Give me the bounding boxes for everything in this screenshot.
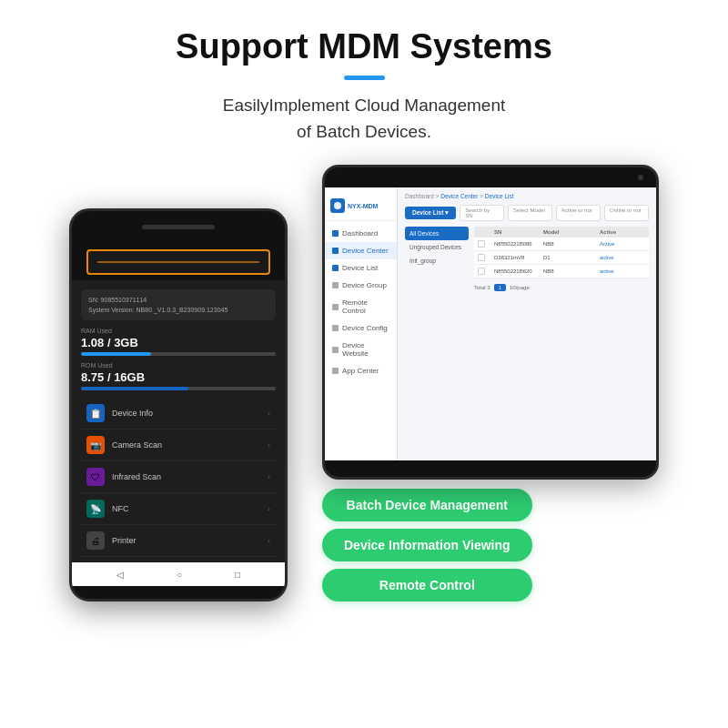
device-list-button[interactable]: Device List ▾ [405, 207, 456, 219]
mdm-filters: Search by SN Select Model Active or not … [460, 205, 649, 221]
cell-active-2: active [600, 255, 645, 260]
feature-badges: Batch Device Management Device Informati… [322, 489, 532, 602]
row-checkbox-3[interactable] [478, 268, 485, 275]
mdm-logo: NYX-MDM [325, 195, 397, 221]
device-table: SN Model Active N8550221B086 NB8 [474, 227, 649, 291]
menu-item-printer[interactable]: 🖨 Printer › [81, 525, 276, 557]
phone-bottom [72, 586, 285, 599]
mdm-ui: NYX-MDM Dashboard Device Center [325, 187, 656, 460]
menu-printer-label: Printer [112, 536, 136, 545]
ram-value: 1.08 / 3GB [81, 336, 276, 349]
sidebar-item-dashboard[interactable]: Dashboard [325, 225, 397, 242]
menu-nfc-label: NFC [112, 504, 129, 513]
mdm-sidebar: NYX-MDM Dashboard Device Center [325, 187, 398, 460]
sidebar-item-device-list[interactable]: Device List [325, 259, 397, 277]
app-center-dot [332, 368, 339, 374]
filter-online[interactable]: Online or not [604, 205, 649, 221]
ram-label: RAM Used [81, 328, 276, 334]
tablet-screen: NYX-MDM Dashboard Device Center [325, 187, 656, 460]
menu-device-info-label: Device Info [112, 409, 153, 418]
menu-item-infrared[interactable]: 🛡 Infrared Scan › [81, 461, 276, 493]
sidebar-item-remote-control[interactable]: Remote Control [325, 294, 397, 319]
phone-top [72, 211, 285, 244]
menu-item-nfc[interactable]: 📡 NFC › [81, 493, 276, 525]
phone-ram-stat: RAM Used 1.08 / 3GB [81, 328, 276, 356]
menu-item-device-info[interactable]: 📋 Device Info › [81, 398, 276, 430]
menu-infrared-label: Infrared Scan [112, 472, 161, 481]
phone-sn: SN: 9085510371114 [88, 295, 268, 305]
filter-active[interactable]: Active or not [556, 205, 601, 221]
chevron-icon-5: › [268, 537, 270, 545]
row-checkbox-1[interactable] [478, 240, 485, 248]
device-info-icon: 📋 [86, 404, 105, 422]
cell-model-2: D1 [543, 255, 598, 260]
phone-menu: 📋 Device Info › 📷 Camera Scan › [81, 398, 276, 557]
phone-info-bar: SN: 9085510371114 System Version: NB80 _… [81, 289, 276, 320]
camera-scan-icon: 📷 [86, 436, 105, 454]
tablet-device: NYX-MDM Dashboard Device Center [322, 165, 659, 480]
col-checkbox [478, 229, 492, 235]
nav-home-btn[interactable]: ○ [177, 570, 182, 580]
svg-point-0 [334, 202, 341, 209]
phone-rom-stat: ROM Used 8.75 / 16GB [81, 362, 276, 390]
pagination-per-page: 10/page [510, 285, 530, 290]
cell-model-3: NB8 [543, 268, 598, 274]
tablet-top-bar [325, 167, 656, 187]
device-groups-panel: All Devices Ungrouped Devices Init_group [405, 227, 469, 291]
device-config-dot [332, 325, 339, 331]
tablet-body: NYX-MDM Dashboard Device Center [322, 165, 659, 480]
chevron-icon-4: › [268, 505, 270, 513]
breadcrumb: Dashboard > Device Center > Device List [405, 193, 649, 199]
nav-recent-btn[interactable]: □ [235, 570, 240, 580]
infrared-scan-icon: 🛡 [86, 468, 105, 486]
sidebar-item-device-group[interactable]: Device Group [325, 277, 397, 294]
ram-progress-fill [81, 352, 151, 356]
dashboard-dot [332, 230, 339, 237]
mdm-logo-icon [330, 198, 345, 213]
table-row: N8550221B620 NB8 active [474, 265, 649, 278]
subtitle: EasilyImplement Cloud Managementof Batch… [223, 93, 506, 145]
pagination-page-btn[interactable]: 1 [494, 284, 506, 291]
device-website-dot [332, 347, 339, 353]
device-list-dot [332, 265, 339, 271]
cell-active-3: active [600, 268, 645, 274]
sidebar-item-device-center[interactable]: Device Center [325, 242, 397, 259]
remote-control-dot [332, 304, 339, 310]
chevron-icon-3: › [268, 473, 270, 481]
menu-item-camera-scan[interactable]: 📷 Camera Scan › [81, 430, 276, 461]
phone-scanner-area [86, 249, 270, 275]
cell-sn-2: D26321mV8 [494, 255, 541, 260]
nav-back-btn[interactable]: ◁ [116, 570, 124, 580]
table-header: SN Model Active [474, 227, 649, 238]
chevron-icon-2: › [268, 441, 270, 450]
phone-speaker [142, 225, 215, 229]
menu-camera-scan-label: Camera Scan [112, 440, 162, 450]
rom-progress-fill [81, 387, 188, 390]
filter-model[interactable]: Select Model [508, 205, 552, 221]
mdm-main-content: Dashboard > Device Center > Device List … [398, 187, 656, 460]
accent-bar [344, 76, 385, 80]
group-init[interactable]: Init_group [405, 254, 469, 268]
table-pagination: Total 3 1 10/page [474, 284, 649, 291]
row-checkbox-2[interactable] [478, 254, 485, 261]
mdm-logo-text: NYX-MDM [348, 203, 378, 209]
printer-icon: 🖨 [86, 531, 105, 550]
rom-value: 8.75 / 16GB [81, 370, 276, 384]
rom-label: ROM Used [81, 362, 276, 369]
table-row: N8550221B086 NB8 Active [474, 238, 649, 251]
phone-version: System Version: NB80 _V1.0.3_B230909.123… [88, 305, 268, 315]
sidebar-item-device-config[interactable]: Device Config [325, 319, 397, 337]
cell-sn-1: N8550221B086 [494, 241, 541, 247]
devices-row: SN: 9085510371114 System Version: NB80 _… [18, 165, 710, 602]
sidebar-item-device-website[interactable]: Device Website [325, 337, 397, 362]
cell-sn-3: N8550221B620 [494, 268, 541, 274]
nfc-icon: 📡 [86, 500, 105, 518]
ram-progress-bg [81, 352, 276, 356]
group-ungrouped[interactable]: Ungrouped Devices [405, 240, 469, 254]
sidebar-item-app-center[interactable]: App Center [325, 362, 397, 379]
phone-nav-bar: ◁ ○ □ [72, 562, 285, 586]
group-all-devices[interactable]: All Devices [405, 227, 469, 240]
filter-sn[interactable]: Search by SN [460, 205, 504, 221]
page-title: Support MDM Systems [176, 27, 552, 66]
phone-body: SN: 9085510371114 System Version: NB80 _… [69, 208, 288, 602]
